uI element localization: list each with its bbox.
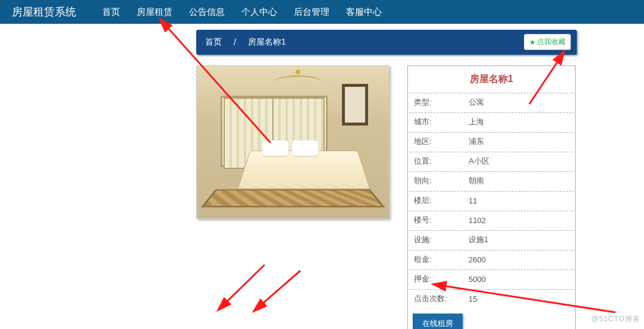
info-label: 楼层:	[409, 191, 463, 209]
nav-personal[interactable]: 个人中心	[241, 7, 277, 18]
table-row: 租金:2600	[409, 250, 574, 268]
table-row: 朝向:朝南	[409, 171, 574, 190]
info-label: 押金:	[409, 270, 463, 288]
online-rent-button[interactable]: 在线租房	[413, 314, 463, 329]
brand-title: 房屋租赁系统	[12, 5, 76, 19]
info-value: 上海	[464, 112, 574, 131]
watermark: @51CTO博客	[591, 314, 640, 324]
nav-admin[interactable]: 后台管理	[294, 7, 329, 18]
info-value: 5000	[464, 270, 574, 288]
table-row: 类型:公寓	[409, 93, 574, 111]
favorite-label: 点我收藏	[537, 37, 566, 47]
table-row: 地区:浦东	[409, 132, 574, 151]
nav-home[interactable]: 首页	[102, 7, 120, 18]
info-label: 位置:	[409, 152, 463, 170]
table-row: 楼层:11	[409, 191, 574, 209]
nav-notice[interactable]: 公告信息	[189, 7, 225, 18]
info-value: 11	[464, 191, 574, 209]
breadcrumb-sep: /	[234, 37, 236, 47]
info-label: 租金:	[409, 250, 463, 268]
breadcrumb-home[interactable]: 首页	[205, 37, 222, 48]
info-value: 公寓	[464, 93, 574, 111]
info-label: 类型:	[409, 93, 463, 111]
house-photo	[196, 65, 389, 219]
info-value: 朝南	[464, 171, 574, 190]
nav-rental[interactable]: 房屋租赁	[137, 7, 172, 18]
table-row: 位置:A小区	[409, 152, 574, 170]
table-row: 点击次数:15	[409, 289, 574, 308]
info-value: 15	[464, 289, 574, 308]
table-row: 押金:5000	[409, 270, 574, 288]
breadcrumb-current: 房屋名称1	[248, 37, 286, 48]
info-value: A小区	[464, 152, 574, 170]
info-value: 浦东	[464, 132, 574, 151]
star-icon: ★	[529, 38, 536, 46]
info-table: 类型:公寓城市:上海地区:浦东位置:A小区朝向:朝南楼层:11楼号:1102设施…	[408, 92, 575, 309]
info-value: 1102	[464, 211, 574, 229]
table-row: 城市:上海	[409, 112, 574, 131]
info-label: 城市:	[409, 112, 463, 131]
info-value: 2600	[464, 250, 574, 268]
house-info-panel: 房屋名称1 类型:公寓城市:上海地区:浦东位置:A小区朝向:朝南楼层:11楼号:…	[407, 65, 576, 329]
table-row: 楼号:1102	[409, 211, 574, 229]
info-value: 设施1	[464, 230, 574, 249]
nav-service[interactable]: 客服中心	[346, 7, 382, 18]
breadcrumb: 首页 / 房屋名称1 ★ 点我收藏	[196, 30, 577, 55]
info-label: 楼号:	[409, 211, 463, 229]
info-label: 地区:	[409, 132, 463, 151]
info-label: 朝向:	[409, 171, 463, 190]
info-label: 点击次数:	[409, 289, 463, 308]
house-title: 房屋名称1	[408, 66, 575, 92]
info-label: 设施:	[409, 230, 463, 249]
top-nav: 房屋租赁系统 首页 房屋租赁 公告信息 个人中心 后台管理 客服中心	[0, 0, 644, 24]
favorite-button[interactable]: ★ 点我收藏	[524, 34, 571, 50]
table-row: 设施:设施1	[409, 230, 574, 249]
